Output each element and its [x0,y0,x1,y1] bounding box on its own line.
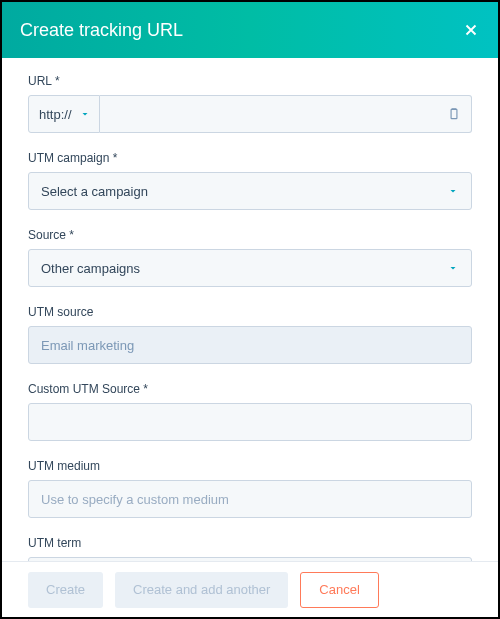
modal-footer: Create Create and add another Cancel [2,561,498,617]
caret-down-icon [79,108,91,120]
medium-label: UTM medium [28,459,472,473]
utm-source-readonly: Email marketing [28,326,472,364]
source-value: Other campaigns [41,261,140,276]
medium-input-wrap [28,480,472,518]
custom-source-input-wrap [28,403,472,441]
url-input[interactable] [110,107,447,122]
cancel-button[interactable]: Cancel [300,572,378,608]
caret-down-icon [447,262,459,274]
close-icon[interactable] [462,21,480,39]
modal-header: Create tracking URL [2,2,498,58]
protocol-value: http:// [39,107,72,122]
svg-rect-0 [451,109,457,118]
campaign-select[interactable]: Select a campaign [28,172,472,210]
field-source: Source * Other campaigns [28,228,472,287]
url-input-wrapper [100,95,472,133]
utm-source-label: UTM source [28,305,472,319]
field-custom-source: Custom UTM Source * [28,382,472,441]
create-add-another-button[interactable]: Create and add another [115,572,288,608]
caret-down-icon [447,185,459,197]
protocol-select[interactable]: http:// [28,95,100,133]
url-label: URL * [28,74,472,88]
source-select[interactable]: Other campaigns [28,249,472,287]
field-term: UTM term [28,536,472,561]
utm-source-value: Email marketing [41,338,134,353]
create-button[interactable]: Create [28,572,103,608]
custom-source-label: Custom UTM Source * [28,382,472,396]
term-label: UTM term [28,536,472,550]
campaign-value: Select a campaign [41,184,148,199]
modal-title: Create tracking URL [20,20,183,41]
field-url: URL * http:// [28,74,472,133]
form-body: URL * http:// UTM campaign * Select a ca… [2,58,498,561]
field-medium: UTM medium [28,459,472,518]
source-label: Source * [28,228,472,242]
custom-source-input[interactable] [41,415,459,430]
campaign-label: UTM campaign * [28,151,472,165]
clipboard-icon[interactable] [447,107,461,121]
field-campaign: UTM campaign * Select a campaign [28,151,472,210]
medium-input[interactable] [41,492,459,507]
field-utm-source: UTM source Email marketing [28,305,472,364]
